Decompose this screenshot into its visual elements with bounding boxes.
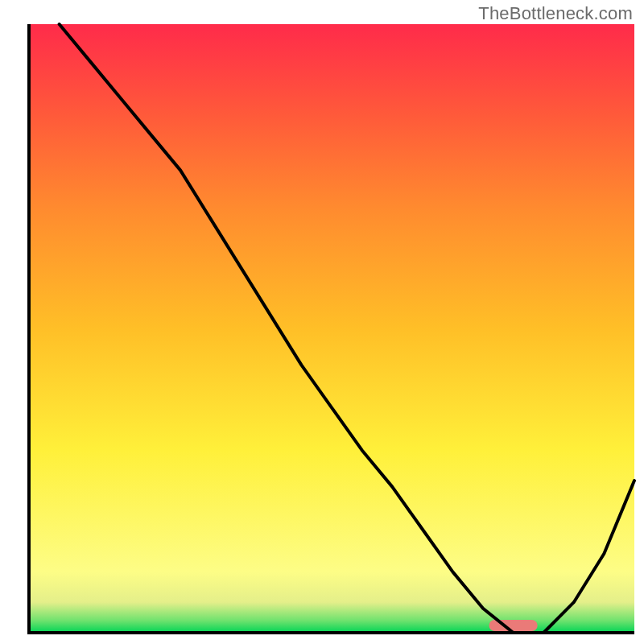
gradient-background bbox=[29, 24, 634, 633]
optimal-range-marker bbox=[489, 620, 538, 631]
bottleneck-chart bbox=[0, 0, 644, 644]
chart-container: TheBottleneck.com bbox=[0, 0, 644, 644]
watermark-text: TheBottleneck.com bbox=[478, 3, 633, 24]
